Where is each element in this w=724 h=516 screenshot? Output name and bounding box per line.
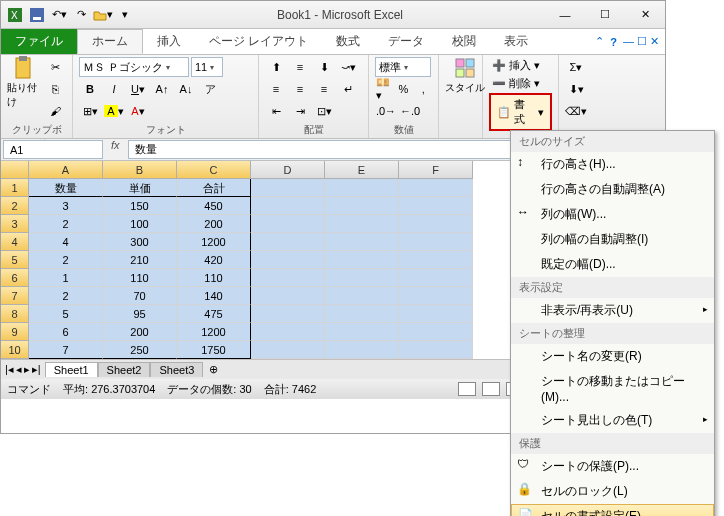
cell[interactable] [325, 251, 399, 269]
row-header[interactable]: 10 [1, 341, 29, 359]
cell[interactable]: 合計 [177, 179, 251, 197]
row-header[interactable]: 9 [1, 323, 29, 341]
font-name-combo[interactable]: ＭＳ Ｐゴシック [79, 57, 189, 77]
cell[interactable] [399, 323, 473, 341]
row-header[interactable]: 6 [1, 269, 29, 287]
cell[interactable]: 1 [29, 269, 103, 287]
window-doc-controls[interactable]: — ☐ ✕ [623, 35, 659, 48]
align-bottom-icon[interactable]: ⬇ [313, 57, 335, 77]
cell[interactable]: 475 [177, 305, 251, 323]
styles-button[interactable]: スタイル [445, 57, 485, 95]
increase-font-icon[interactable]: A↑ [151, 79, 173, 99]
cell[interactable]: 140 [177, 287, 251, 305]
cell[interactable] [251, 305, 325, 323]
row-header[interactable]: 7 [1, 287, 29, 305]
row-header[interactable]: 2 [1, 197, 29, 215]
cell[interactable] [325, 341, 399, 359]
comma-icon[interactable]: , [414, 79, 432, 99]
qat-customize-icon[interactable]: ▾ [115, 5, 135, 25]
tab-file[interactable]: ファイル [1, 29, 77, 54]
decrease-indent-icon[interactable]: ⇤ [265, 101, 287, 121]
cell[interactable] [251, 233, 325, 251]
sheet-nav-first-icon[interactable]: |◂ [5, 363, 14, 376]
cell[interactable] [399, 341, 473, 359]
align-center-icon[interactable]: ≡ [289, 79, 311, 99]
cell[interactable] [399, 179, 473, 197]
menu-format-cells[interactable]: 📄セルの書式設定(E)... [511, 504, 714, 516]
help-icon[interactable]: ? [610, 36, 617, 48]
cell[interactable]: 単価 [103, 179, 177, 197]
maximize-button[interactable]: ☐ [585, 3, 625, 27]
ruby-icon[interactable]: ア [199, 79, 221, 99]
menu-hide-unhide[interactable]: 非表示/再表示(U)▸ [511, 298, 714, 323]
cell[interactable] [251, 215, 325, 233]
percent-icon[interactable]: % [395, 79, 413, 99]
row-header[interactable]: 4 [1, 233, 29, 251]
increase-indent-icon[interactable]: ⇥ [289, 101, 311, 121]
cell[interactable]: 150 [103, 197, 177, 215]
cell[interactable]: 5 [29, 305, 103, 323]
cell[interactable] [251, 323, 325, 341]
cell[interactable] [399, 215, 473, 233]
redo-icon[interactable]: ↷ [71, 5, 91, 25]
decrease-decimal-icon[interactable]: ←.0 [399, 101, 421, 121]
menu-rename-sheet[interactable]: シート名の変更(R) [511, 344, 714, 369]
cell[interactable] [399, 305, 473, 323]
cell[interactable] [251, 269, 325, 287]
tab-formulas[interactable]: 数式 [322, 29, 374, 54]
cell[interactable] [325, 197, 399, 215]
cell[interactable]: 110 [177, 269, 251, 287]
cell[interactable]: 420 [177, 251, 251, 269]
save-icon[interactable] [27, 5, 47, 25]
tab-view[interactable]: 表示 [490, 29, 542, 54]
col-header[interactable]: E [325, 161, 399, 179]
cell[interactable] [399, 197, 473, 215]
cell[interactable]: 110 [103, 269, 177, 287]
align-middle-icon[interactable]: ≡ [289, 57, 311, 77]
align-right-icon[interactable]: ≡ [313, 79, 335, 99]
copy-icon[interactable]: ⎘ [44, 79, 66, 99]
cell[interactable]: 200 [177, 215, 251, 233]
row-header[interactable]: 1 [1, 179, 29, 197]
close-button[interactable]: ✕ [625, 3, 665, 27]
col-header[interactable]: F [399, 161, 473, 179]
menu-default-width[interactable]: 既定の幅(D)... [511, 252, 714, 277]
cell[interactable] [325, 305, 399, 323]
sheet-tab-1[interactable]: Sheet1 [45, 362, 98, 377]
fill-color-icon[interactable]: A▾ [103, 101, 125, 121]
font-size-combo[interactable]: 11 [191, 57, 223, 77]
cell[interactable] [325, 215, 399, 233]
row-header[interactable]: 3 [1, 215, 29, 233]
sheet-nav-next-icon[interactable]: ▸ [24, 363, 30, 376]
cell[interactable] [251, 251, 325, 269]
cell[interactable] [325, 233, 399, 251]
cell[interactable] [325, 323, 399, 341]
autosum-icon[interactable]: Σ▾ [565, 57, 587, 77]
col-header[interactable]: C [177, 161, 251, 179]
col-header[interactable]: A [29, 161, 103, 179]
cell[interactable] [251, 179, 325, 197]
cell[interactable]: 1200 [177, 233, 251, 251]
font-color-icon[interactable]: A▾ [127, 101, 149, 121]
cell[interactable]: 70 [103, 287, 177, 305]
tab-data[interactable]: データ [374, 29, 438, 54]
row-header[interactable]: 5 [1, 251, 29, 269]
menu-lock-cell[interactable]: 🔒セルのロック(L) [511, 479, 714, 504]
sheet-tab-3[interactable]: Sheet3 [150, 362, 203, 377]
new-sheet-icon[interactable]: ⊕ [203, 363, 224, 376]
cell[interactable] [325, 269, 399, 287]
tab-insert[interactable]: 挿入 [143, 29, 195, 54]
name-box[interactable]: A1 [3, 140, 103, 159]
menu-row-autofit[interactable]: 行の高さの自動調整(A) [511, 177, 714, 202]
decrease-font-icon[interactable]: A↓ [175, 79, 197, 99]
cell[interactable] [399, 269, 473, 287]
menu-col-autofit[interactable]: 列の幅の自動調整(I) [511, 227, 714, 252]
menu-tab-color[interactable]: シート見出しの色(T)▸ [511, 408, 714, 433]
minimize-button[interactable]: — [545, 3, 585, 27]
merge-center-icon[interactable]: ⊡▾ [313, 101, 335, 121]
tab-home[interactable]: ホーム [77, 29, 143, 54]
cell[interactable]: 300 [103, 233, 177, 251]
format-cells-button[interactable]: 📋書式▾ [489, 93, 552, 131]
cell[interactable]: 2 [29, 215, 103, 233]
cell[interactable] [325, 179, 399, 197]
